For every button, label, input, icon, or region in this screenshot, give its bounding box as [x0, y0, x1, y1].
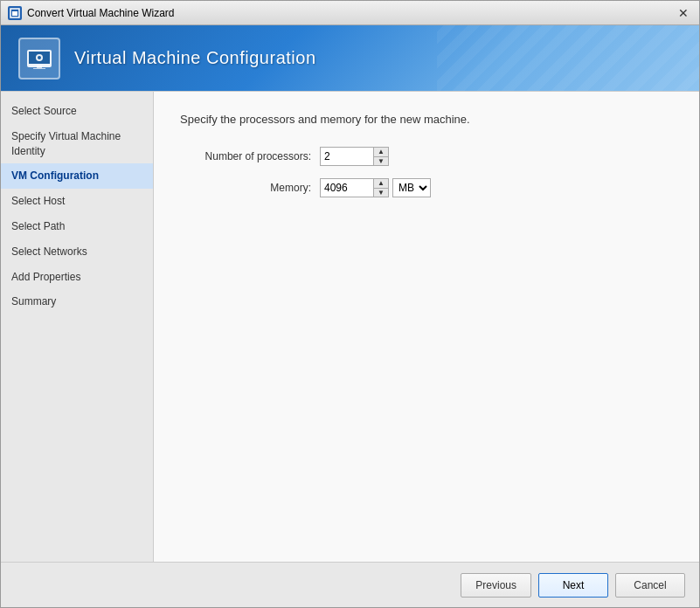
- header-banner: Virtual Machine Configuration: [1, 25, 699, 91]
- previous-button[interactable]: Previous: [461, 573, 531, 598]
- header-title: Virtual Machine Configuration: [74, 48, 316, 68]
- sidebar-item-add-properties[interactable]: Add Properties: [1, 265, 153, 290]
- sidebar-item-select-source[interactable]: Select Source: [1, 99, 153, 124]
- svg-point-7: [38, 56, 41, 59]
- sidebar-item-vm-configuration[interactable]: VM Configuration: [1, 163, 153, 189]
- window-title: Convert Virtual Machine Wizard: [27, 7, 675, 19]
- memory-increment[interactable]: ▲: [374, 179, 388, 188]
- next-button[interactable]: Next: [538, 573, 608, 598]
- processors-input[interactable]: [321, 148, 373, 165]
- processors-label: Number of processors:: [180, 150, 320, 162]
- main-content: Select Source Specify Virtual Machine Id…: [1, 91, 699, 562]
- svg-rect-4: [37, 66, 42, 68]
- sidebar-item-specify-identity[interactable]: Specify Virtual Machine Identity: [1, 124, 153, 164]
- sidebar-item-select-networks[interactable]: Select Networks: [1, 239, 153, 265]
- processors-increment[interactable]: ▲: [374, 148, 388, 156]
- processors-spinner-buttons: ▲ ▼: [373, 148, 388, 165]
- cancel-button[interactable]: Cancel: [615, 573, 685, 598]
- sidebar-item-select-host[interactable]: Select Host: [1, 189, 153, 214]
- memory-spinner: ▲ ▼: [320, 178, 389, 197]
- content-area: Specify the processors and memory for th…: [154, 92, 699, 562]
- memory-label: Memory:: [180, 182, 320, 194]
- footer: Previous Next Cancel: [1, 562, 699, 607]
- processors-spinner: ▲ ▼: [320, 147, 389, 166]
- svg-rect-1: [12, 11, 17, 16]
- window-icon: [8, 6, 22, 20]
- memory-spinner-buttons: ▲ ▼: [373, 179, 388, 197]
- processors-decrement[interactable]: ▼: [374, 156, 388, 165]
- close-button[interactable]: ✕: [675, 4, 692, 22]
- memory-input[interactable]: [321, 179, 373, 197]
- sidebar-item-select-path[interactable]: Select Path: [1, 214, 153, 239]
- memory-controls: ▲ ▼ MB GB: [320, 178, 431, 197]
- vm-config-icon: [18, 38, 60, 79]
- title-bar: Convert Virtual Machine Wizard ✕: [1, 1, 699, 25]
- processors-row: Number of processors: ▲ ▼: [180, 147, 673, 166]
- sidebar: Select Source Specify Virtual Machine Id…: [1, 92, 154, 562]
- main-window: Convert Virtual Machine Wizard ✕ Virtual…: [0, 0, 700, 608]
- content-description: Specify the processors and memory for th…: [180, 113, 673, 126]
- sidebar-item-summary[interactable]: Summary: [1, 289, 153, 314]
- svg-rect-5: [33, 68, 45, 69]
- memory-decrement[interactable]: ▼: [374, 188, 388, 197]
- memory-row: Memory: ▲ ▼ MB GB: [180, 178, 673, 197]
- memory-unit-select[interactable]: MB GB: [392, 178, 431, 197]
